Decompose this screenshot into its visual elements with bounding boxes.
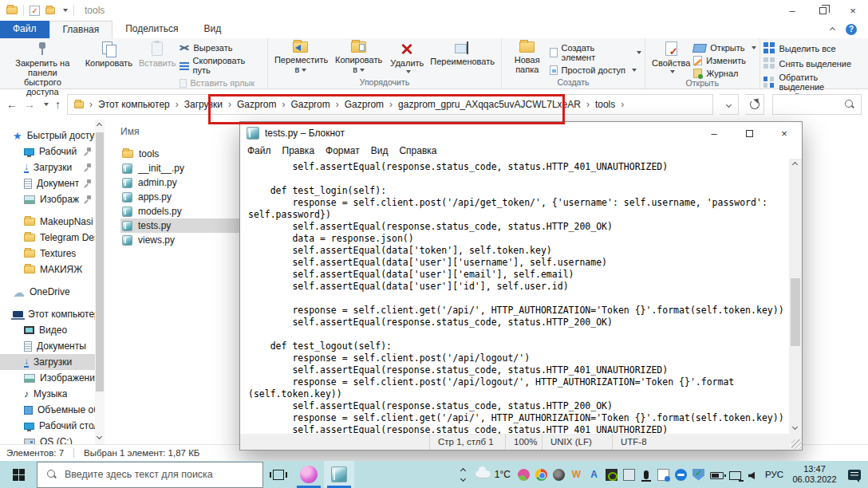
scroll-up-icon[interactable] [97, 123, 102, 128]
notepad-titlebar[interactable]: tests.py – Блокнот – × [240, 122, 802, 144]
move-to-button[interactable]: Переместить в [271, 40, 330, 76]
select-none-button[interactable]: Снять выделение [763, 57, 866, 69]
scroll-down-icon[interactable] [97, 434, 102, 439]
sidebar-item-telegram-desktop[interactable]: Telegram Desktop [0, 230, 95, 246]
copy-path-button[interactable]: Скопировать путь [180, 56, 264, 75]
sidebar-item-downloads-selected[interactable]: ↓ Загрузки [0, 354, 95, 370]
delete-button[interactable]: Удалить [387, 40, 427, 75]
history-button[interactable]: Журнал [693, 69, 756, 78]
edit-button[interactable]: Изменить [693, 56, 756, 65]
qat-new-folder-icon[interactable] [45, 7, 55, 14]
action-center-button[interactable] [841, 470, 868, 480]
paste-shortcut-button[interactable]: Вставить ярлык [180, 78, 264, 88]
menu-format[interactable]: Формат [320, 144, 365, 159]
taskbar-app-notepad[interactable] [324, 461, 354, 488]
file-row-models[interactable]: models.py [120, 204, 248, 218]
sidebar-item-makiyazh[interactable]: МАКИЯЖ [0, 262, 95, 277]
paste-button[interactable]: Вставить [136, 40, 180, 69]
menu-help[interactable]: Справка [393, 144, 442, 159]
sidebar-item-videos[interactable]: Видео [0, 322, 95, 338]
network-icon[interactable] [729, 471, 741, 480]
invert-selection-button[interactable]: Обратить выделение [763, 73, 866, 92]
sidebar-item-desktop[interactable]: Рабочий стол [0, 418, 95, 434]
sidebar-item-quick-access[interactable]: ★ Быстрый доступ [0, 128, 95, 144]
sidebar-item-onedrive[interactable]: ☁ OneDrive [0, 284, 95, 300]
menu-edit[interactable]: Правка [277, 144, 321, 159]
w-app-tray-icon[interactable]: W [570, 469, 582, 480]
scroll-up-icon[interactable] [792, 162, 798, 167]
sidebar-item-pictures-pinned[interactable]: Изображения [0, 191, 95, 207]
address-dropdown-button[interactable] [720, 94, 739, 115]
select-all-button[interactable]: Выделить все [763, 42, 866, 54]
breadcrumb-downloads[interactable]: Загрузки [184, 99, 223, 110]
menu-file[interactable]: Файл [242, 144, 277, 159]
minimize-button[interactable]: – [777, 0, 807, 21]
tab-view[interactable]: Вид [191, 21, 234, 38]
maximize-button[interactable] [732, 122, 767, 144]
close-button[interactable]: × [767, 122, 802, 144]
breadcrumb-gazprom-1[interactable]: Gazprom [237, 99, 276, 110]
taskbar-scroll-chevrons[interactable] [455, 469, 472, 481]
menu-view[interactable]: Вид [365, 144, 394, 159]
copy-to-button[interactable]: Копировать в [330, 40, 387, 76]
file-row-tests-selected[interactable]: tests.py [120, 218, 248, 233]
new-folder-button[interactable]: Новая папка [505, 40, 550, 76]
volume-icon[interactable] [748, 472, 755, 479]
new-item-button[interactable]: Создать элемент [550, 43, 641, 62]
rename-button[interactable]: Переименовать [427, 40, 498, 68]
file-row-admin[interactable]: admin.py [120, 175, 248, 190]
collapse-ribbon-icon[interactable] [830, 26, 835, 32]
qat-properties-icon[interactable]: ✓ [30, 6, 40, 16]
pin-to-quick-access-button[interactable]: Закрепить на панели быстрого доступа [3, 40, 82, 98]
a-app-tray-icon[interactable]: A [588, 469, 600, 480]
task-view-button[interactable] [263, 461, 294, 488]
file-row-apps[interactable]: apps.py [120, 190, 248, 204]
sidebar-item-desktop-pinned[interactable]: Рабочий стол [0, 144, 95, 159]
sidebar-scrollbar[interactable] [95, 120, 105, 444]
notepad-scrollbar[interactable] [789, 159, 802, 434]
tab-file[interactable]: Файл [0, 21, 49, 38]
defender-shield-icon[interactable] [692, 469, 704, 481]
breadcrumb-tools[interactable]: tools [595, 99, 615, 110]
breadcrumb-gazprom-gpru[interactable]: gazprom_gpru_AXqqac5uvAJCWL7LxeAR [398, 99, 581, 110]
battery-icon[interactable] [710, 472, 724, 479]
sidebar-item-pictures[interactable]: Изображения [0, 370, 95, 386]
sidebar-item-os-c[interactable]: OS (C:) [0, 434, 95, 444]
sidebar-item-this-pc[interactable]: Этот компьютер [0, 306, 95, 322]
media-swirl-tray-icon[interactable] [518, 469, 530, 481]
sidebar-item-documents-pinned[interactable]: Документы [0, 175, 95, 191]
tab-share[interactable]: Поделиться [112, 21, 191, 38]
chrome-tray-icon[interactable] [535, 469, 547, 481]
breadcrumb[interactable]: › Этот компьютер › Загрузки › Gazprom › … [67, 94, 713, 115]
breadcrumb-this-pc[interactable]: Этот компьютер [98, 99, 170, 110]
resize-grip[interactable] [791, 439, 801, 449]
up-icon[interactable]: ↑ [55, 98, 61, 111]
sidebar-item-music[interactable]: ♪ Музыка [0, 386, 95, 402]
blue-circle-tray-icon[interactable] [675, 469, 687, 481]
start-button[interactable] [0, 461, 37, 488]
scrollbar-thumb[interactable] [96, 132, 104, 392]
file-row-tools[interactable]: tools [120, 147, 248, 161]
language-indicator[interactable]: РУС [765, 470, 783, 479]
refresh-button[interactable] [745, 94, 764, 115]
taskbar-search-input[interactable]: Введите здесь текст для поиска [37, 462, 263, 488]
forward-icon[interactable]: → [24, 98, 35, 111]
recent-locations-icon[interactable] [44, 103, 49, 106]
tab-home[interactable]: Главная [49, 21, 113, 38]
sidebar-item-documents[interactable]: Документы [0, 338, 95, 354]
easy-access-button[interactable]: Простой доступ [550, 65, 641, 75]
cut-button[interactable]: Вырезать [180, 43, 264, 53]
weather-widget[interactable]: 1°C [475, 469, 511, 480]
scroll-down-icon[interactable] [792, 424, 798, 430]
sidebar-item-textures[interactable]: Textures [0, 246, 95, 262]
clock[interactable]: 13:47 06.03.2022 [788, 464, 841, 485]
nvidia-tray-icon[interactable] [606, 469, 617, 481]
copy-button[interactable]: Копировать [82, 40, 136, 69]
properties-button[interactable]: Свойства [649, 40, 693, 75]
chevron-up-icon[interactable] [460, 467, 466, 473]
breadcrumb-gazprom-3[interactable]: Gazprom [345, 99, 384, 110]
scrollbar-thumb[interactable] [791, 278, 800, 346]
breadcrumb-gazprom-2[interactable]: Gazprom [290, 99, 329, 110]
help-icon[interactable]: ? [846, 24, 857, 35]
file-row-views[interactable]: views.py [120, 233, 248, 247]
